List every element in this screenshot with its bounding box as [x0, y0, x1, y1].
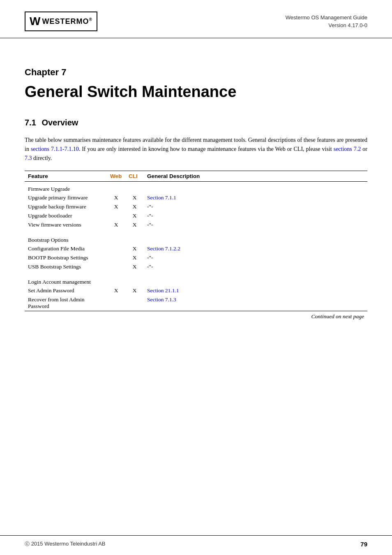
table-row: Set Admin Password X X Section 21.1.1 [25, 286, 367, 295]
feature-cell: Recover from lost Admin Password [25, 295, 107, 311]
section-title: Overview [42, 118, 78, 127]
logo-text: WESTERMO® [42, 17, 92, 26]
web-cell [107, 253, 125, 262]
category-row-firmware: Firmware Upgrade [25, 181, 367, 193]
overview-body-text: The table below summarises maintenance f… [25, 136, 367, 163]
table-row: View firmware versions X X -"- [25, 220, 367, 229]
web-cell [107, 244, 125, 253]
cli-cell: X [125, 193, 144, 202]
header-title: Westermo OS Management Guide Version 4.1… [286, 14, 367, 30]
table-row: Upgrade bootloader X -"- [25, 211, 367, 220]
table-row: Recover from lost Admin Password Section… [25, 295, 367, 311]
table-row: Upgrade backup firmware X X -"- [25, 202, 367, 211]
cli-cell: X [125, 211, 144, 220]
desc-cell: Section 21.1.1 [144, 286, 367, 295]
desc-cell: Section 7.1.2.2 [144, 244, 367, 253]
desc-cell: Section 7.1.3 [144, 295, 367, 311]
category-row-bootstrap: Bootstrap Options [25, 233, 367, 244]
desc-cell: -"- [144, 262, 367, 271]
logo-box: W WESTERMO® [25, 12, 97, 31]
cli-cell: X [125, 244, 144, 253]
th-feature: Feature [25, 171, 107, 181]
feature-cell: USB Bootstrap Settings [25, 262, 107, 271]
page-container: W WESTERMO® Westermo OS Management Guide… [0, 0, 392, 555]
main-content: Chapter 7 General Switch Maintenance 7.1… [0, 38, 392, 347]
desc-cell: -"- [144, 220, 367, 229]
section-number: 7.1 [25, 118, 36, 127]
link-section-7-1-3[interactable]: Section 7.1.3 [147, 296, 176, 303]
feature-table: Feature Web CLI General Description Firm… [25, 171, 367, 322]
copyright-icon: ⓒ [25, 541, 30, 547]
web-cell: X [107, 193, 125, 202]
category-row-login: Login Account management [25, 275, 367, 286]
spacer-row [25, 229, 367, 233]
feature-cell: Configuration File Media [25, 244, 107, 253]
th-cli: CLI [125, 171, 144, 181]
feature-cell: Upgrade primary firmware [25, 193, 107, 202]
link-section-21-1-1[interactable]: Section 21.1.1 [147, 287, 179, 294]
section-heading: 7.1 Overview [25, 118, 367, 127]
logo-area: W WESTERMO® [25, 12, 97, 31]
desc-cell: Section 7.1.1 [144, 193, 367, 202]
web-cell [107, 211, 125, 220]
header-title-line1: Westermo OS Management Guide [286, 14, 367, 22]
page-footer: ⓒ 2015 Westermo Teleindustri AB 79 [0, 535, 392, 555]
table-footer: Continued on next page [25, 311, 367, 322]
cli-cell: X [125, 220, 144, 229]
page-header: W WESTERMO® Westermo OS Management Guide… [0, 0, 392, 38]
feature-cell: BOOTP Bootstrap Settings [25, 253, 107, 262]
table-body: Firmware Upgrade Upgrade primary firmwar… [25, 181, 367, 311]
feature-cell: Set Admin Password [25, 286, 107, 295]
category-label-login: Login Account management [25, 275, 367, 286]
web-cell: X [107, 220, 125, 229]
th-web: Web [107, 171, 125, 181]
header-title-line2: Version 4.17.0-0 [286, 21, 367, 30]
table-row: Configuration File Media X Section 7.1.2… [25, 244, 367, 253]
desc-cell: -"- [144, 202, 367, 211]
web-cell: X [107, 286, 125, 295]
chapter-label: Chapter 7 [25, 67, 367, 78]
table-row: USB Bootstrap Settings X -"- [25, 262, 367, 271]
link-sections-7-1[interactable]: sec­tions 7.1.1-7.1.10 [31, 146, 79, 152]
category-label-firmware: Firmware Upgrade [25, 181, 367, 193]
category-label-bootstrap: Bootstrap Options [25, 233, 367, 244]
chapter-title: General Switch Maintenance [25, 83, 367, 102]
web-cell: X [107, 202, 125, 211]
cli-cell: X [125, 286, 144, 295]
link-section-7-3[interactable]: 7.3 [25, 155, 32, 161]
link-section-7-2[interactable]: sections 7.2 [334, 146, 361, 152]
table-footer-text: Continued on next page [25, 311, 367, 322]
footer-copyright: ⓒ 2015 Westermo Teleindustri AB [25, 541, 106, 548]
feature-cell: Upgrade backup firmware [25, 202, 107, 211]
footer-copyright-text: 2015 Westermo Teleindustri AB [31, 541, 106, 547]
feature-cell: Upgrade bootloader [25, 211, 107, 220]
feature-cell: View firmware versions [25, 220, 107, 229]
web-cell [107, 262, 125, 271]
table-header: Feature Web CLI General Description [25, 171, 367, 181]
link-section-7-1-2-2[interactable]: Section 7.1.2.2 [147, 245, 180, 252]
cli-cell: X [125, 262, 144, 271]
web-cell [107, 295, 125, 311]
footer-page-number: 79 [360, 541, 367, 548]
table-row: Upgrade primary firmware X X Section 7.1… [25, 193, 367, 202]
link-section-7-1-1[interactable]: Section 7.1.1 [147, 194, 176, 201]
table-row: BOOTP Bootstrap Settings X -"- [25, 253, 367, 262]
cli-cell: X [125, 202, 144, 211]
logo-w-icon: W [30, 15, 40, 28]
cli-cell [125, 295, 144, 311]
desc-cell: -"- [144, 253, 367, 262]
desc-cell: -"- [144, 211, 367, 220]
spacer-row-2 [25, 271, 367, 275]
cli-cell: X [125, 253, 144, 262]
th-description: General Description [144, 171, 367, 181]
